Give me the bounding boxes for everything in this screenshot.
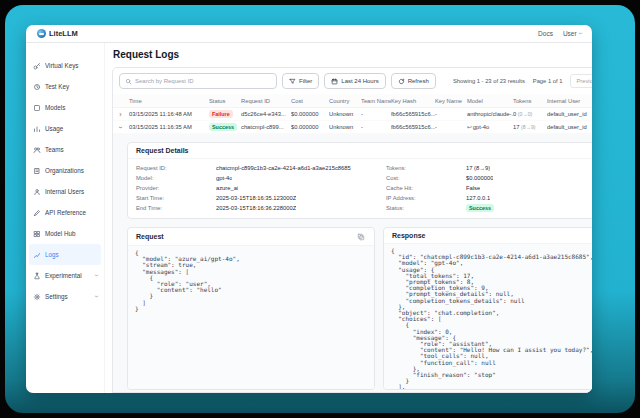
cell-time: 03/15/2025 11:16:48 AM — [129, 111, 209, 117]
cell-request-id: chatcmpl-c899... — [241, 124, 291, 130]
calendar-icon — [331, 78, 338, 85]
request-panel-title: Request — [136, 233, 164, 240]
time-range-button[interactable]: Last 24 Hours — [324, 73, 385, 89]
copy-icon[interactable] — [357, 232, 366, 241]
col-status: Status — [209, 98, 241, 104]
detail-value-end-time: 2025-03-15T18:16:36.228000Z — [216, 205, 296, 211]
filter-button-label: Filter — [299, 78, 312, 84]
usage-icon — [33, 125, 41, 133]
key-icon — [33, 62, 41, 70]
col-request-id: Request ID — [241, 98, 291, 104]
user-menu[interactable]: User › — [563, 30, 581, 37]
sidebar-item-label: Logs — [45, 251, 59, 258]
request-panel: Request { "model": "azure_ai/gpt-4o", "s… — [127, 227, 375, 390]
sidebar-item-virtual-keys[interactable]: Virtual Keys — [26, 55, 104, 76]
search-box[interactable] — [119, 73, 277, 89]
col-country: Country — [329, 98, 361, 104]
chevron-down-icon: › — [92, 274, 99, 276]
logs-chart-icon — [33, 251, 41, 259]
teams-icon — [33, 146, 41, 154]
detail-value-tokens: 17 (8→9) — [466, 165, 490, 171]
sidebar-item-models[interactable]: Models — [26, 97, 104, 118]
table-row[interactable]: › 03/15/2025 11:16:48 AM Failure d5c26ce… — [113, 108, 592, 121]
sidebar: Virtual Keys Test Key Models Usage — [26, 43, 105, 393]
main-content: Request Logs Filter — [105, 43, 592, 393]
cell-model: gpt-4o — [473, 124, 489, 130]
cell-cost: $0.000000 — [291, 124, 329, 130]
teal-backdrop: LiteLLM Docs User › Virtual Keys — [5, 5, 635, 413]
cell-key-name: - — [435, 124, 467, 130]
sidebar-item-usage[interactable]: Usage — [26, 118, 104, 139]
sidebar-item-model-hub[interactable]: Model Hub — [26, 223, 104, 244]
cell-team-name: - — [361, 124, 391, 130]
flask-icon — [33, 272, 41, 280]
refresh-button-label: Refresh — [408, 78, 429, 84]
sidebar-item-label: Experimental — [45, 272, 82, 279]
sidebar-item-logs[interactable]: Logs — [29, 244, 101, 265]
previous-page-button[interactable]: Previous — [570, 74, 592, 88]
col-time: Time — [129, 98, 209, 104]
cell-key-hash: fb66c565915c6... — [391, 124, 435, 130]
expanded-row-detail: Request Details Request ID:chatcmpl-c899… — [113, 134, 592, 392]
filter-button[interactable]: Filter — [282, 73, 319, 89]
refresh-button[interactable]: Refresh — [391, 73, 436, 89]
sidebar-item-label: Teams — [45, 146, 64, 153]
status-badge: Success — [209, 123, 237, 131]
cell-internal-user: default_user_id — [547, 124, 592, 130]
sidebar-item-settings[interactable]: Settings › — [26, 286, 104, 307]
chevron-right-icon[interactable]: › — [119, 111, 121, 118]
detail-value-provider: azure_ai — [216, 185, 238, 191]
col-team-name: Team Name — [361, 98, 391, 104]
page-indicator: Page 1 of 1 — [533, 78, 563, 84]
cell-team-name: - — [361, 111, 391, 117]
cell-key-hash: fb66c565915c6... — [391, 111, 435, 117]
detail-value-ip: 127.0.0.1 — [466, 195, 490, 201]
page-title: Request Logs — [113, 49, 592, 60]
search-input[interactable] — [135, 78, 271, 84]
cell-tokens: 17 — [513, 124, 519, 130]
gear-icon — [33, 293, 41, 301]
sidebar-item-label: API Reference — [45, 209, 86, 216]
fallback-arrow-icon: ↩ — [467, 124, 472, 130]
time-range-button-label: Last 24 Hours — [341, 78, 378, 84]
sidebar-item-internal-users[interactable]: Internal Users — [26, 181, 104, 202]
detail-value-cost: $0.000000 — [466, 175, 493, 181]
organizations-icon — [33, 167, 41, 175]
cell-request-id: d5c26ce4-e343... — [241, 111, 291, 117]
table-header-row: Time Status Request ID Cost Country Team… — [113, 94, 592, 108]
litellm-logo: LiteLLM — [37, 29, 78, 38]
chevron-down-icon: › — [576, 32, 583, 34]
detail-label: Cost: — [386, 175, 466, 181]
sidebar-item-api-reference[interactable]: API Reference — [26, 202, 104, 223]
cell-time: 03/15/2025 11:16:35 AM — [129, 124, 209, 130]
sidebar-item-label: Settings — [45, 293, 68, 300]
grid-icon — [33, 230, 41, 238]
search-icon — [125, 78, 132, 85]
chevron-down-icon[interactable]: › — [117, 126, 124, 128]
detail-value-cache-hit: False — [466, 185, 480, 191]
sidebar-item-organizations[interactable]: Organizations — [26, 160, 104, 181]
sidebar-item-label: Internal Users — [45, 188, 84, 195]
cell-tokens-detail: (8→9) — [521, 124, 535, 130]
sidebar-item-label: Usage — [45, 125, 63, 132]
sidebar-item-test-key[interactable]: Test Key — [26, 76, 104, 97]
cell-tokens-detail: (0→0) — [518, 111, 532, 117]
sidebar-item-label: Organizations — [45, 167, 84, 174]
docs-link[interactable]: Docs — [538, 30, 553, 37]
cell-cost: $0.000000 — [291, 111, 329, 117]
funnel-icon — [289, 78, 296, 85]
cell-tokens: 0 — [513, 111, 516, 117]
sidebar-item-label: Model Hub — [45, 230, 75, 237]
detail-label: Provider: — [136, 185, 216, 191]
table-row[interactable]: › 03/15/2025 11:16:35 AM Success chatcmp… — [113, 121, 592, 134]
sidebar-item-experimental[interactable]: Experimental › — [26, 265, 104, 286]
response-panel-title: Response — [392, 232, 425, 239]
internal-users-icon — [33, 188, 41, 196]
cell-key-name: - — [435, 111, 467, 117]
cell-country: Unknown — [329, 111, 361, 117]
sidebar-item-teams[interactable]: Teams — [26, 139, 104, 160]
col-tokens: Tokens — [513, 98, 547, 104]
response-json: { "id": "chatcmpl-c899c1b3-ca2e-4214-a6d… — [384, 244, 592, 389]
col-cost: Cost — [291, 98, 329, 104]
cell-model: anthropic/claude-... — [467, 111, 513, 117]
